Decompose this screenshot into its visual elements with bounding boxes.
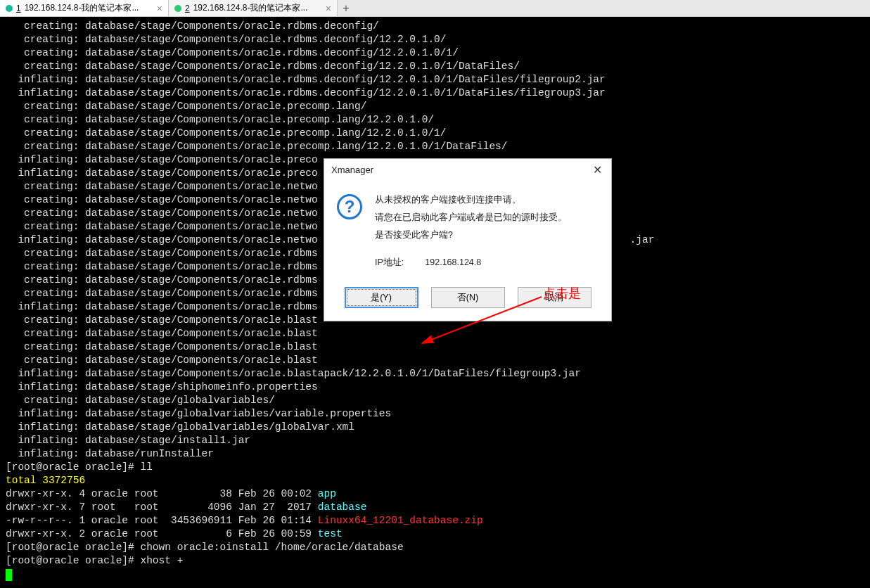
tab-2[interactable]: 2 192.168.124.8-我的笔记本家... × <box>169 0 338 16</box>
status-dot-icon <box>174 5 181 12</box>
yes-button[interactable]: 是(Y) <box>345 287 418 308</box>
no-button[interactable]: 否(N) <box>431 287 505 308</box>
ip-value: 192.168.124.8 <box>425 254 481 271</box>
dialog-message: 从未授权的客户端接收到连接申请。 请您在已启动此客户端或者是已知的源时接受。 是… <box>375 191 599 271</box>
tab-number: 1 <box>16 4 21 13</box>
dialog-title-text: Xmanager <box>331 165 373 175</box>
question-icon: ? <box>337 194 362 219</box>
tab-bar: 1 192.168.124.8-我的笔记本家... × 2 192.168.12… <box>0 0 870 17</box>
close-icon[interactable]: ✕ <box>590 163 604 177</box>
add-tab-button[interactable]: + <box>338 2 354 15</box>
annotation-text: 点击是 <box>543 285 581 302</box>
status-dot-icon <box>6 5 13 12</box>
close-icon[interactable]: × <box>157 3 162 14</box>
tab-title: 192.168.124.8-我的笔记本家... <box>25 2 139 14</box>
tab-title: 192.168.124.8-我的笔记本家... <box>193 2 308 14</box>
tab-number: 2 <box>185 4 190 13</box>
dialog-line: 是否接受此客户端? <box>375 226 599 244</box>
dialog-line: 请您在已启动此客户端或者是已知的源时接受。 <box>375 209 599 226</box>
dialog-line: 从未授权的客户端接收到连接申请。 <box>375 191 599 209</box>
dialog-titlebar: Xmanager ✕ <box>324 159 611 181</box>
ip-label: IP地址: <box>375 254 404 271</box>
tab-1[interactable]: 1 192.168.124.8-我的笔记本家... × <box>0 0 169 16</box>
close-icon[interactable]: × <box>326 3 331 14</box>
